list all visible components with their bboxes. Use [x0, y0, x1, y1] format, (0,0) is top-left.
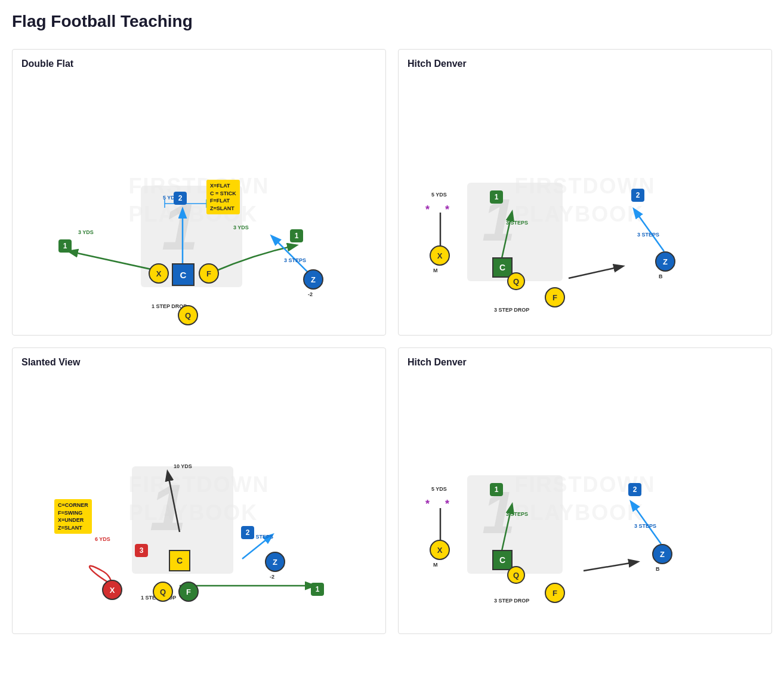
asterisk-left: * [425, 204, 430, 216]
player-F-h1: F [545, 287, 565, 307]
play-title-hitch-1: Hitch Denver [408, 59, 763, 69]
player-Z-h2: Z [652, 544, 672, 564]
label-B-h2: B [656, 566, 660, 572]
label-3step-drop-1: 3 STEP DROP [494, 307, 529, 313]
player-Z-h1: Z [655, 251, 675, 272]
play-area-double-flat: FIRSTDOWNPLAYBOOK 1 [21, 75, 376, 326]
player-F-h2: F [545, 583, 565, 603]
badge-3-slanted: 3 [135, 544, 148, 557]
play-area-hitch-2: FIRSTDOWNPLAYBOOK 1 [408, 374, 763, 625]
player-Z: Z [303, 269, 323, 290]
label-3steps-c: 3 STEPS [506, 220, 528, 226]
player-C-slanted: C [169, 550, 190, 571]
label-5yds: 5 YDS [163, 195, 178, 201]
plays-grid: Double Flat FIRSTDOWNPLAYBOOK 1 [12, 49, 772, 634]
player-X: X [149, 263, 169, 284]
player-Q-1: Q [178, 305, 198, 325]
svg-line-8 [569, 266, 622, 278]
svg-line-14 [584, 562, 637, 571]
player-X-slanted: X [102, 580, 122, 600]
player-X-h1: X [430, 245, 450, 266]
label-3steps-slanted: 3 STEPS [251, 534, 273, 540]
label-3steps-z: 3 STEPS [637, 232, 659, 238]
player-X-h2: X [430, 540, 450, 560]
label-3steps-z-h2: 3 STEPS [634, 523, 656, 529]
play-hitch-denver-1: Hitch Denver FIRSTDOWNPLAYBOOK 1 [398, 49, 772, 336]
player-C-h2: C [492, 550, 513, 570]
svg-line-9 [634, 210, 664, 251]
label-B: B [659, 273, 663, 279]
player-C: C [172, 263, 195, 286]
label-10yds: 10 YDS [174, 463, 192, 469]
play-slanted-view: Slanted View FIRSTDOWNPLAYBOOK 1 [12, 347, 386, 634]
label-minus2-slanted: -2 [270, 574, 274, 580]
asterisk-right: * [445, 204, 449, 216]
watermark-4: FIRSTDOWNPLAYBOOK [408, 374, 763, 625]
badge-1-hitch2: 1 [490, 483, 503, 496]
big-number-1c: 1 [150, 469, 186, 545]
play-double-flat: Double Flat FIRSTDOWNPLAYBOOK 1 [12, 49, 386, 336]
play-title-double-flat: Double Flat [21, 59, 376, 69]
badge-2-hitch1: 2 [631, 189, 644, 202]
label-5yds-h2: 5 YDS [431, 486, 447, 492]
label-minus2-1: -2 [308, 291, 313, 297]
legend-slanted: C=CORNERF=SWINGX=UNDERZ=SLANT [54, 499, 92, 534]
play-title-hitch-2: Hitch Denver [408, 357, 763, 368]
watermark-2: FIRSTDOWNPLAYBOOK [408, 75, 763, 326]
badge-1-slanted: 1 [311, 583, 324, 596]
label-M-h2: M [433, 562, 438, 568]
routes-svg-4 [408, 374, 763, 625]
badge-1-hitch1: 1 [490, 190, 503, 204]
player-F-slanted: F [178, 582, 199, 602]
badge-1-right: 1 [290, 229, 303, 242]
asterisk-left-2: * [425, 498, 430, 510]
player-Q-h1: Q [507, 272, 525, 290]
play-area-slanted: FIRSTDOWNPLAYBOOK 1 [21, 374, 376, 625]
play-area-hitch-1: FIRSTDOWNPLAYBOOK 1 [408, 75, 763, 326]
badge-2-hitch2: 2 [628, 483, 641, 496]
label-3yds-right: 3 YDS [233, 224, 249, 230]
player-F: F [199, 263, 219, 284]
routes-svg-2 [408, 75, 763, 326]
label-3steps-c-h2: 3 STEPS [506, 511, 528, 517]
page-title: Flag Football Teaching [12, 12, 772, 31]
badge-1-left: 1 [58, 239, 72, 253]
label-3steps: 3 STEPS [284, 257, 306, 263]
player-Z-slanted: Z [265, 552, 285, 572]
label-3yds-left: 3 YDS [78, 229, 94, 235]
label-M: M [433, 267, 438, 273]
legend-double-flat: X=FLATC = STICKF=FLATZ=SLANT [206, 180, 240, 214]
label-5yds-hitch1: 5 YDS [431, 192, 447, 198]
play-title-slanted: Slanted View [21, 357, 376, 368]
player-Q-slanted: Q [153, 582, 173, 602]
label-3step-drop-2: 3 STEP DROP [494, 598, 529, 604]
label-6yds: 6 YDS [95, 536, 110, 542]
player-Q-h2: Q [507, 566, 525, 584]
play-hitch-denver-2: Hitch Denver FIRSTDOWNPLAYBOOK 1 [398, 347, 772, 634]
asterisk-right-2: * [445, 498, 449, 510]
